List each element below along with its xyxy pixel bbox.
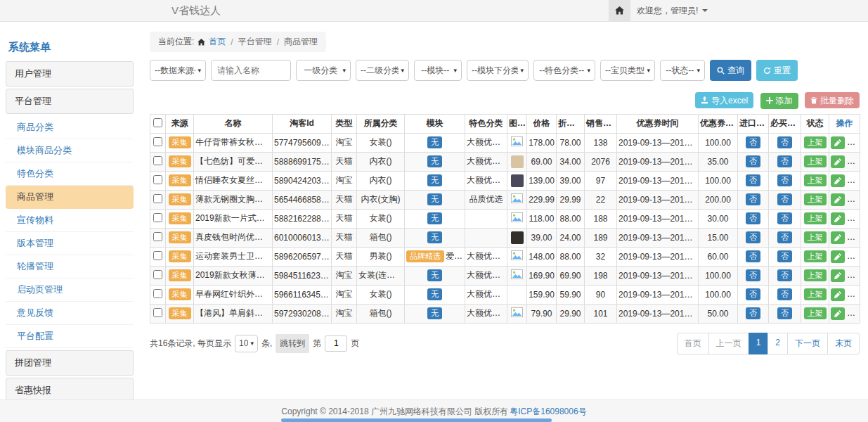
import-excel-button[interactable]: 导入excel (695, 92, 753, 108)
status-select[interactable]: --状态--▾ (660, 60, 705, 81)
pager-last[interactable]: 末页 (827, 333, 860, 354)
cell-name[interactable]: 薄款无钢圈文胸聚拢性... (194, 190, 273, 209)
import-select-toggle[interactable]: 否 (746, 307, 760, 319)
import-select-toggle[interactable]: 否 (746, 269, 760, 281)
batch-delete-button[interactable]: 批量删除 (805, 92, 860, 108)
level2-category-select[interactable]: --二级分类--▾ (356, 60, 409, 81)
status-toggle[interactable]: 上架 (804, 288, 827, 300)
feature-category-select[interactable]: --特色分类--▾ (533, 60, 595, 81)
row-checkbox[interactable] (153, 137, 162, 146)
page-number-input[interactable] (325, 335, 347, 352)
sidebar-item[interactable]: 意见反馈 (6, 302, 134, 325)
must-buy-toggle[interactable]: 否 (777, 269, 792, 281)
edit-button[interactable] (831, 174, 845, 187)
import-select-toggle[interactable]: 否 (746, 193, 760, 205)
status-toggle[interactable]: 上架 (804, 174, 827, 186)
search-button[interactable]: 查询 (710, 60, 751, 81)
must-buy-toggle[interactable]: 否 (777, 212, 792, 224)
name-input[interactable] (211, 60, 291, 81)
sidebar-item[interactable]: 启动页管理 (6, 279, 134, 302)
cell-name[interactable]: 情侣睡衣女夏丝绸男士... (194, 171, 273, 190)
import-select-toggle[interactable]: 否 (746, 155, 760, 167)
sidebar-group-2[interactable]: 平台管理 (6, 89, 134, 114)
must-buy-toggle[interactable]: 否 (777, 174, 792, 186)
must-buy-toggle[interactable]: 否 (777, 288, 792, 300)
sidebar-item[interactable]: 宣传物料 (6, 209, 134, 232)
row-checkbox[interactable] (153, 251, 162, 260)
row-checkbox[interactable] (153, 289, 162, 298)
cell-name[interactable]: 早春网红针织外套女春... (194, 285, 273, 304)
import-select-toggle[interactable]: 否 (746, 288, 760, 300)
row-checkbox[interactable] (153, 308, 162, 317)
user-menu[interactable]: 欢迎您，管理员! (637, 0, 708, 21)
pager-page-2[interactable]: 2 (767, 333, 788, 354)
level1-category-select[interactable]: 一级分类▾ (296, 60, 351, 81)
must-buy-toggle[interactable]: 否 (777, 136, 792, 148)
import-select-toggle[interactable]: 否 (746, 212, 760, 224)
cell-name[interactable]: 【港风】单肩斜跨链条... (194, 304, 273, 323)
status-toggle[interactable]: 上架 (804, 307, 827, 319)
must-buy-toggle[interactable]: 否 (777, 307, 792, 319)
sidebar-item[interactable]: 商品分类 (6, 116, 134, 139)
edit-button[interactable] (831, 269, 845, 282)
data-source-select[interactable]: --数据来源--▾ (150, 60, 206, 81)
home-button[interactable] (609, 0, 630, 21)
pager-next[interactable]: 下一页 (787, 333, 828, 354)
edit-button[interactable] (831, 193, 845, 206)
edit-button[interactable] (831, 231, 845, 244)
import-select-toggle[interactable]: 否 (746, 136, 760, 148)
sidebar-item[interactable]: 特色分类 (6, 162, 134, 186)
import-select-toggle[interactable]: 否 (746, 250, 760, 262)
breadcrumb-item[interactable]: 首页 (209, 36, 226, 48)
row-checkbox[interactable] (153, 213, 162, 222)
cell-name[interactable]: 运动套装男士卫衣初秋... (194, 247, 273, 266)
cell-name[interactable]: 2019新款女秋薄款... (194, 266, 273, 285)
add-button[interactable]: 添加 (760, 93, 798, 109)
must-buy-toggle[interactable]: 否 (777, 250, 792, 262)
sidebar-item[interactable]: 商品管理 (6, 186, 134, 209)
cell-name[interactable]: 真皮钱包时尚优雅女士... (194, 228, 273, 247)
row-checkbox[interactable] (153, 232, 162, 241)
sidebar-item[interactable]: 模块商品分类 (6, 139, 134, 162)
cell-name[interactable]: 牛仔背带裤女秋装减龄... (194, 133, 273, 152)
status-toggle[interactable]: 上架 (804, 269, 827, 281)
row-checkbox[interactable] (153, 270, 162, 279)
edit-button[interactable] (831, 136, 845, 149)
module-select[interactable]: --模块--▾ (414, 60, 462, 81)
must-buy-toggle[interactable]: 否 (777, 193, 792, 205)
status-toggle[interactable]: 上架 (804, 193, 827, 205)
page-size-select[interactable]: 10 ▾ (235, 335, 258, 352)
breadcrumb-item[interactable]: 商品管理 (284, 36, 318, 48)
status-toggle[interactable]: 上架 (804, 155, 827, 167)
sidebar-group-1[interactable]: 用户管理 (6, 61, 134, 87)
import-select-toggle[interactable]: 否 (746, 231, 760, 243)
status-toggle[interactable]: 上架 (804, 250, 827, 262)
edit-button[interactable] (831, 250, 845, 263)
edit-button[interactable] (831, 155, 845, 168)
must-buy-toggle[interactable]: 否 (777, 155, 792, 167)
sidebar-item[interactable]: 平台配置 (6, 325, 134, 348)
item-type-select[interactable]: --宝贝类型--▾ (600, 60, 655, 81)
reset-button[interactable]: 重置 (756, 60, 798, 81)
icp-link[interactable]: 粤ICP备16098006号 (510, 406, 586, 418)
sidebar-group-3[interactable]: 拼团管理 (6, 350, 134, 376)
cell-name[interactable]: 2019新款一片式系... (194, 209, 273, 228)
must-buy-toggle[interactable]: 否 (777, 231, 792, 243)
status-toggle[interactable]: 上架 (804, 212, 827, 224)
module-sub-category-select[interactable]: --模块下分类--▾ (467, 60, 529, 81)
status-toggle[interactable]: 上架 (804, 231, 827, 243)
sidebar-item[interactable]: 版本管理 (6, 232, 134, 255)
edit-button[interactable] (831, 288, 845, 301)
sidebar-item[interactable]: 轮播管理 (6, 255, 134, 279)
breadcrumb-item[interactable]: 平台管理 (238, 36, 272, 48)
horizontal-scrollbar-thumb[interactable] (281, 418, 552, 422)
edit-button[interactable] (831, 307, 845, 320)
row-checkbox[interactable] (153, 156, 162, 165)
row-checkbox[interactable] (153, 175, 162, 184)
select-all-checkbox[interactable] (153, 118, 162, 127)
jump-button[interactable]: 跳转到 (276, 334, 309, 353)
import-select-toggle[interactable]: 否 (746, 174, 760, 186)
pager-page-1[interactable]: 1 (749, 333, 769, 354)
row-checkbox[interactable] (153, 194, 162, 203)
status-toggle[interactable]: 上架 (804, 136, 827, 148)
